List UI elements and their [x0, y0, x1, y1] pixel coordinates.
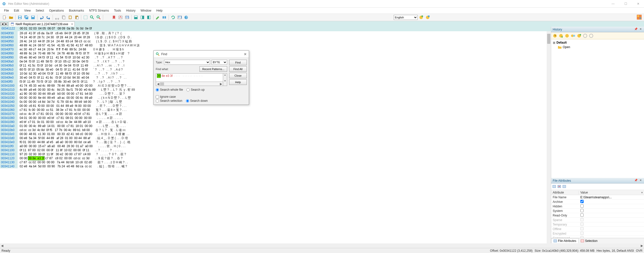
horizontal-scrollbar[interactable]: ◀▶	[0, 243, 644, 248]
f1-button[interactable]: F1	[177, 14, 183, 20]
tab-selection[interactable]: Selection	[579, 239, 599, 243]
find-button-dlg[interactable]: Find	[229, 60, 247, 65]
hex-row[interactable]: 00340f3028 c8 41 0f c6 da 0a 0f c6 eb 84…	[0, 31, 551, 35]
hex-row[interactable]: 00340fc060 f3 0f 10 05 bb 30 e0 04 f3 0f…	[0, 68, 551, 72]
history-tb-4[interactable]	[570, 33, 576, 39]
history-tb-5[interactable]	[576, 33, 582, 39]
select-button[interactable]	[83, 14, 89, 20]
fileattr-checkbox[interactable]	[580, 209, 584, 212]
fileattr-row[interactable]: Read-Only	[551, 213, 644, 218]
save-as-button[interactable]	[30, 14, 36, 20]
hex-row[interactable]: 00341090e0 bf c7 01 0c 01 00 00 cd cc 4c…	[0, 120, 551, 124]
bookmark-button[interactable]	[111, 14, 117, 20]
hex-row[interactable]: 00340f4074 24 40 0f 28 7c 24 30 0f 28 44…	[0, 35, 551, 39]
hex-row[interactable]: 0034105000 00 c6 81 f0 00 00 00 01 44 89…	[0, 104, 551, 108]
paste-button[interactable]	[67, 14, 73, 20]
history-tb-2[interactable]	[558, 33, 564, 39]
hex-row[interactable]: 00341020a1 90 00 00 00 44 89 a9 b0 00 00…	[0, 92, 551, 96]
fileattr-row[interactable]: Hidden	[551, 204, 644, 209]
search-selection-radio[interactable]: Search selection	[156, 99, 182, 103]
history-open-item[interactable]: Open	[563, 45, 570, 49]
hex-row[interactable]: 003410c000 00 48 81 c1 30 01 00 00 33 d2…	[0, 132, 551, 136]
hex-row[interactable]: 003410e0f0 01 00 00 44 88 af e5 a6 a0 00…	[0, 140, 551, 144]
hex-row[interactable]: 003410104c 89 a9 e8 00 00 00 4c 8d 25 9a…	[0, 88, 551, 92]
close-button-dlg[interactable]: Close	[229, 73, 247, 78]
history-tb-6[interactable]	[582, 33, 588, 39]
menu-select[interactable]: Select	[34, 8, 46, 13]
compare-button[interactable]	[161, 14, 167, 20]
hex-row[interactable]: 0034112000 00 39 8e e3 3f c7 87 c8 02 00…	[0, 156, 551, 160]
layout1-button[interactable]	[133, 14, 139, 20]
new-file-button[interactable]	[2, 14, 8, 20]
menu-edit[interactable]: Edit	[12, 8, 21, 13]
save-all-button[interactable]	[23, 14, 29, 20]
search-up-radio[interactable]: Search up	[186, 88, 205, 91]
tab-file-attributes[interactable]: File Attributes	[551, 238, 579, 243]
help-button[interactable]: ?	[183, 14, 189, 20]
fileattr-pin-button[interactable]: 📌	[634, 179, 638, 183]
recent-patterns-button[interactable]: Recent Patterns...	[199, 66, 227, 72]
menu-ntfs-streams[interactable]: NTFS Streams	[87, 8, 111, 13]
fileattr-row[interactable]: Temporary	[551, 222, 644, 227]
open-file-button[interactable]	[8, 14, 14, 20]
hex-row[interactable]: 00341070cd cc 4c 3f c7 81 00 01 00 00 00…	[0, 112, 551, 116]
vertical-scrollbar[interactable]	[547, 31, 551, 243]
hex-row[interactable]: 00340fb00f 11 41 5c f3 0f 10 0d c4 30 0e…	[0, 64, 551, 68]
menu-help[interactable]: Help	[154, 8, 165, 13]
hex-row[interactable]: 0034111097 20 02 00 00 0f 11 9f 30 e2 00…	[0, 152, 551, 156]
find-byte-select[interactable]: BYTE	[212, 60, 227, 65]
search-whole-file-radio[interactable]: Search whole file	[156, 88, 183, 91]
find-type-select[interactable]: Hex	[164, 60, 210, 65]
fa-tb-3[interactable]	[562, 184, 567, 189]
fileattr-row[interactable]: Compressed	[551, 236, 644, 238]
hex-row[interactable]: 0034100041 74 45 33 ed 4c 89 69 78 44 89…	[0, 84, 551, 88]
fileattr-row[interactable]: System	[551, 209, 644, 213]
hex-row[interactable]: 003410a001 00 00 4c 89 a9 14 01 00 00 c7…	[0, 124, 551, 128]
hex-row[interactable]: 00340f5028 4c 24 10 44 0f 28 14 24 48 83…	[0, 39, 551, 43]
fa-tb-1[interactable]	[552, 184, 557, 189]
goto-button[interactable]	[104, 14, 110, 20]
tab-close-button[interactable]: ×	[71, 22, 73, 26]
hex-rows[interactable]: 00340f3028 c8 41 0f c6 da 0a 0f c6 eb 84…	[0, 31, 551, 243]
hex-row[interactable]: 00341130c7 87 cc 02 00 00 00 00 7a 44 8d…	[0, 160, 551, 164]
ignore-case-checkbox[interactable]: Ignore case	[156, 95, 176, 99]
fileattr-close-button[interactable]: ✕	[638, 179, 642, 183]
hex-row[interactable]: 0034108004 01 00 00 00 00 e0 bf c7 81 08…	[0, 116, 551, 120]
hex-row[interactable]: 003410d000 e8 5a 34 5f 00 44 89 af 28 01…	[0, 136, 551, 140]
find-dialog-close[interactable]: ✕	[244, 52, 247, 56]
hex-row[interactable]: 0034114002 e8 4a b4 5d 00 00 90 7b 24 e0…	[0, 164, 551, 168]
fileattr-checkbox[interactable]	[580, 213, 584, 217]
hex-row[interactable]: 00340fa00e 04 f3 0f 11 49 58 f3 0f 10 05…	[0, 59, 551, 64]
fileattr-row[interactable]: Encrypted	[551, 231, 644, 236]
fileattr-checkbox[interactable]	[580, 200, 584, 203]
hex-row[interactable]: 003410b0cd cc cc 3d 4c 8d 0f f5 17 7b 00…	[0, 128, 551, 132]
hex-row[interactable]: 00340ff0f3 0f 11 49 70 f3 0f 10 05 8b 30…	[0, 80, 551, 84]
fa-tb-2[interactable]	[557, 184, 562, 189]
hex-row[interactable]: 00340f8048 89 6c 24 70 48 89 74 24 78 48…	[0, 51, 551, 55]
fileattr-row[interactable]: Sparse	[551, 218, 644, 222]
copy-button[interactable]	[61, 14, 67, 20]
undo-button[interactable]	[39, 14, 45, 20]
document-tab[interactable]: NieR Replicant ver.1.22474487139.exe ×	[9, 21, 75, 26]
close-button[interactable]: ✕	[634, 2, 642, 6]
tab-nav-left[interactable]: ◀	[1, 22, 4, 26]
encoding-button[interactable]: A	[117, 14, 124, 20]
tab-nav-right[interactable]: ▶	[4, 22, 8, 26]
hex-row[interactable]: 00340fd010 0d b2 30 e0 04 f3 0f 11 49 68…	[0, 72, 551, 76]
find-input-hscroll[interactable]: ◀▶	[156, 82, 223, 86]
history-pin-button[interactable]: 📌	[634, 27, 638, 31]
find-button[interactable]	[89, 14, 95, 20]
find-all-button[interactable]: Find All	[229, 66, 247, 72]
menu-bookmarks[interactable]: Bookmarks	[67, 8, 86, 13]
hex-row[interactable]: 003411000f 11 87 00 02 00 00 0f 11 8f 10…	[0, 148, 551, 152]
history-close-button[interactable]: ✕	[638, 27, 642, 31]
binary-button[interactable]: 01	[124, 14, 130, 20]
menu-history[interactable]: History	[124, 8, 137, 13]
hex-row[interactable]: 003410400c 00 00 00 c4 8d 3d 7d f1 79 00…	[0, 100, 551, 104]
menu-window[interactable]: Window	[139, 8, 153, 13]
history-root[interactable]: Default	[556, 41, 567, 44]
hex-row[interactable]: 003410f0a0 00 00 00 15 e7 a6 a0 00 48 28…	[0, 144, 551, 148]
history-tb-3[interactable]	[564, 33, 570, 39]
maximize-button[interactable]: ☐	[622, 2, 629, 6]
hex-row[interactable]: 0034103000 00 00 00 6e 44 89 e9 a9 ac 00…	[0, 96, 551, 100]
